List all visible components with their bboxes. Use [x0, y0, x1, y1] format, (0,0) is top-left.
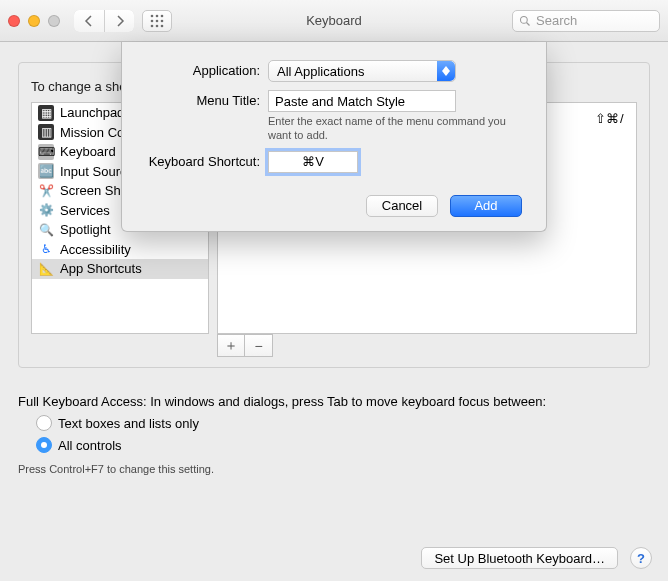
kb-access-hint: Press Control+F7 to change this setting.: [18, 463, 650, 475]
search-field[interactable]: Search: [512, 10, 660, 32]
nav-back-forward: [74, 10, 134, 32]
label-menu-title: Menu Title:: [140, 90, 268, 108]
launchpad-icon: ▦: [38, 105, 54, 121]
row-application: Application: All Applications: [140, 60, 528, 82]
zoom-window-button[interactable]: [48, 15, 60, 27]
app-shortcuts-icon: 📐: [38, 261, 54, 277]
row-shortcut: Keyboard Shortcut: ⌘V: [140, 151, 528, 173]
search-icon: [519, 15, 531, 27]
menu-title-hint: Enter the exact name of the menu command…: [268, 115, 508, 143]
label-keyboard-shortcut: Keyboard Shortcut:: [140, 151, 268, 169]
svg-point-2: [161, 14, 164, 17]
svg-point-0: [151, 14, 154, 17]
remove-shortcut-button[interactable]: −: [245, 334, 273, 357]
input-sources-icon: 🔤: [38, 163, 54, 179]
footer: Set Up Bluetooth Keyboard… ?: [421, 547, 652, 569]
help-button[interactable]: ?: [630, 547, 652, 569]
kb-access-intro: Full Keyboard Access: In windows and dia…: [18, 394, 650, 409]
spotlight-icon: 🔍: [38, 222, 54, 238]
keyboard-icon: ⌨: [38, 144, 54, 160]
radio-icon: [36, 437, 52, 453]
add-shortcut-sheet: Application: All Applications Menu Title…: [121, 42, 547, 232]
radio-all-controls[interactable]: All controls: [36, 437, 650, 453]
forward-button[interactable]: [104, 10, 134, 32]
setup-bluetooth-button[interactable]: Set Up Bluetooth Keyboard…: [421, 547, 618, 569]
sidebar-item-app-shortcuts[interactable]: 📐 App Shortcuts: [32, 259, 208, 279]
select-stepper-icon: [437, 61, 455, 81]
chevron-right-icon: [115, 15, 125, 27]
svg-point-3: [151, 19, 154, 22]
back-button[interactable]: [74, 10, 104, 32]
svg-line-10: [527, 22, 530, 25]
close-window-button[interactable]: [8, 15, 20, 27]
accessibility-icon: ♿︎: [38, 241, 54, 257]
radio-label: Text boxes and lists only: [58, 416, 199, 431]
svg-point-5: [161, 19, 164, 22]
sidebar-item-accessibility[interactable]: ♿︎ Accessibility: [32, 240, 208, 260]
sheet-buttons: Cancel Add: [140, 195, 528, 217]
titlebar: Keyboard Search: [0, 0, 668, 42]
shortcut-display: ⇧⌘/: [595, 111, 624, 126]
add-button[interactable]: Add: [450, 195, 522, 217]
sidebar-item-label: Spotlight: [60, 222, 111, 237]
show-all-button[interactable]: [142, 10, 172, 32]
svg-point-1: [156, 14, 159, 17]
sidebar-item-label: App Shortcuts: [60, 261, 142, 276]
menu-title-input[interactable]: [268, 90, 456, 112]
search-placeholder: Search: [536, 13, 577, 28]
radio-textboxes[interactable]: Text boxes and lists only: [36, 415, 650, 431]
sidebar-item-label: Keyboard: [60, 144, 116, 159]
label-application: Application:: [140, 60, 268, 78]
application-select-value: All Applications: [277, 64, 364, 79]
screenshot-icon: ✂️: [38, 183, 54, 199]
svg-point-7: [156, 24, 159, 27]
minimize-window-button[interactable]: [28, 15, 40, 27]
traffic-lights: [8, 15, 60, 27]
cancel-button[interactable]: Cancel: [366, 195, 438, 217]
application-select[interactable]: All Applications: [268, 60, 456, 82]
shortcut-input[interactable]: ⌘V: [268, 151, 358, 173]
mission-control-icon: ▥: [38, 124, 54, 140]
add-shortcut-button[interactable]: ＋: [217, 334, 245, 357]
row-menu-title: Menu Title: Enter the exact name of the …: [140, 90, 528, 143]
help-icon: ?: [637, 551, 645, 566]
grid-icon: [150, 14, 164, 28]
full-keyboard-access-section: Full Keyboard Access: In windows and dia…: [18, 394, 650, 475]
add-remove-buttons: ＋ −: [217, 334, 637, 357]
svg-point-6: [151, 24, 154, 27]
radio-icon: [36, 415, 52, 431]
sidebar-item-label: Services: [60, 203, 110, 218]
shortcut-input-value: ⌘V: [302, 154, 324, 169]
chevron-left-icon: [84, 15, 94, 27]
services-icon: ⚙️: [38, 202, 54, 218]
radio-label: All controls: [58, 438, 122, 453]
svg-point-9: [521, 16, 528, 23]
svg-point-8: [161, 24, 164, 27]
sidebar-item-label: Accessibility: [60, 242, 131, 257]
svg-point-4: [156, 19, 159, 22]
